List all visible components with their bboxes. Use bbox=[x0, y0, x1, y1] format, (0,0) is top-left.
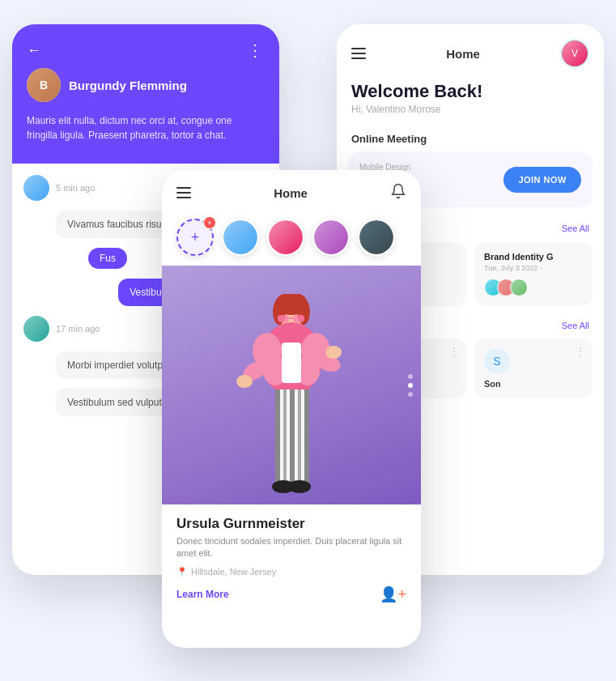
msg-time: 5 min ago bbox=[56, 183, 95, 193]
remove-icon[interactable]: × bbox=[203, 216, 216, 229]
location-icon: 📍 bbox=[176, 567, 188, 577]
course-date-2: Tue, July 3 2022 - bbox=[484, 264, 583, 272]
avatar-image: V bbox=[562, 40, 588, 66]
welcome-section: Welcome Back! Hi, Valentino Morose bbox=[337, 78, 604, 126]
back-arrow-icon[interactable]: ← bbox=[27, 42, 41, 59]
scroll-dots bbox=[408, 374, 413, 397]
avatar-1 bbox=[222, 219, 259, 256]
profile-location: 📍 Hillsdale, New Jersey bbox=[176, 567, 406, 577]
tool-name-2: Son bbox=[484, 379, 583, 389]
hamburger-line bbox=[351, 57, 366, 59]
svg-rect-19 bbox=[304, 389, 309, 487]
svg-point-12 bbox=[236, 375, 253, 388]
profile-header: Home bbox=[162, 170, 421, 212]
chat-username: Burgundy Flemming bbox=[69, 79, 187, 92]
svg-rect-16 bbox=[283, 389, 287, 487]
add-friend-icon[interactable]: 👤+ bbox=[380, 585, 406, 603]
see-all-upcoming[interactable]: See All bbox=[562, 223, 589, 233]
user-avatar[interactable]: V bbox=[560, 39, 589, 68]
svg-rect-23 bbox=[293, 315, 304, 322]
welcome-title: Welcome Back! bbox=[351, 81, 589, 102]
fashion-figure bbox=[210, 294, 372, 504]
avatar-4 bbox=[358, 219, 395, 256]
welcome-subtitle: Hi, Valentino Morose bbox=[351, 104, 589, 115]
location-text: Hillsdale, New Jersey bbox=[191, 567, 276, 577]
avatar: B bbox=[27, 68, 61, 102]
profile-info: Ursula Gurnmeister Donec tincidunt sodal… bbox=[162, 504, 421, 613]
hamburger-line bbox=[176, 187, 191, 189]
course-avatar bbox=[510, 279, 528, 296]
svg-rect-18 bbox=[298, 389, 301, 487]
svg-point-21 bbox=[288, 480, 311, 493]
tool-wrapper-2: S ⋮ Son bbox=[474, 338, 593, 398]
dashboard-header: Home V bbox=[337, 24, 604, 78]
avatar-item-3[interactable] bbox=[312, 219, 350, 256]
tool-dots-icon[interactable]: ⋮ bbox=[448, 345, 460, 358]
msg-label-text: Fus bbox=[88, 248, 127, 269]
notification-icon[interactable] bbox=[390, 183, 406, 202]
msg-avatar bbox=[23, 175, 49, 201]
dots-menu-icon[interactable]: ⋮ bbox=[247, 40, 265, 60]
hamburger-line bbox=[176, 197, 191, 198]
msg-avatar-2 bbox=[23, 316, 49, 342]
svg-rect-15 bbox=[275, 389, 280, 487]
course-avatars-2 bbox=[484, 279, 583, 296]
learn-more-link[interactable]: Learn More bbox=[176, 589, 229, 600]
avatar-item-4[interactable] bbox=[358, 219, 395, 256]
profile-description: Donec tincidunt sodales imperdiet. Duis … bbox=[176, 535, 406, 560]
join-now-button[interactable]: JOIN NOW bbox=[503, 167, 581, 193]
chat-description: Mauris elit nulla, dictum nec orci at, c… bbox=[27, 110, 265, 147]
see-all-tools[interactable]: See All bbox=[562, 321, 589, 330]
avatar-item-2[interactable] bbox=[267, 219, 304, 256]
profile-image-area bbox=[162, 266, 421, 504]
svg-point-13 bbox=[325, 346, 342, 359]
dashboard-title: Home bbox=[446, 47, 480, 61]
msg-time-2: 17 min ago bbox=[56, 324, 100, 334]
dashboard-hamburger-icon[interactable] bbox=[351, 48, 366, 59]
chat-user-info: B Burgundy Flemming bbox=[27, 68, 265, 102]
profile-card: Home + × bbox=[162, 170, 421, 648]
hamburger-line bbox=[176, 192, 191, 194]
tool-dots-icon-2[interactable]: ⋮ bbox=[575, 345, 586, 358]
tool-card-2[interactable]: S ⋮ Son bbox=[474, 338, 593, 398]
profile-name: Ursula Gurnmeister bbox=[176, 516, 406, 532]
avatar-image: B bbox=[27, 68, 61, 102]
hamburger-line bbox=[351, 53, 366, 54]
course-name-2: Brand Identity G bbox=[484, 252, 583, 262]
scroll-dot bbox=[408, 374, 413, 379]
profile-card-title: Home bbox=[274, 186, 308, 200]
avatar-item-add[interactable]: + × bbox=[176, 219, 214, 256]
profile-actions: Learn More 👤+ bbox=[176, 585, 406, 603]
course-card-2[interactable]: Brand Identity G Tue, July 3 2022 - bbox=[474, 242, 593, 306]
avatar-3 bbox=[312, 219, 350, 256]
avatar-item-1[interactable] bbox=[222, 219, 259, 256]
chat-nav: ← ⋮ bbox=[27, 40, 265, 60]
svg-rect-9 bbox=[282, 343, 301, 383]
svg-rect-22 bbox=[278, 315, 289, 322]
chat-header: ← ⋮ B Burgundy Flemming Mauris elit null… bbox=[12, 24, 279, 164]
scroll-dot bbox=[408, 392, 413, 397]
avatar-list: + × bbox=[162, 212, 421, 266]
scroll-dot-active bbox=[408, 383, 413, 388]
online-meeting-label: Online Meeting bbox=[337, 126, 604, 151]
add-icon: + bbox=[191, 229, 200, 246]
avatar-2 bbox=[267, 219, 304, 256]
profile-background bbox=[162, 266, 421, 504]
tool-icon-2: S bbox=[484, 348, 510, 374]
hamburger-line bbox=[351, 48, 366, 49]
svg-rect-17 bbox=[290, 389, 295, 487]
hamburger-icon[interactable] bbox=[176, 187, 191, 198]
